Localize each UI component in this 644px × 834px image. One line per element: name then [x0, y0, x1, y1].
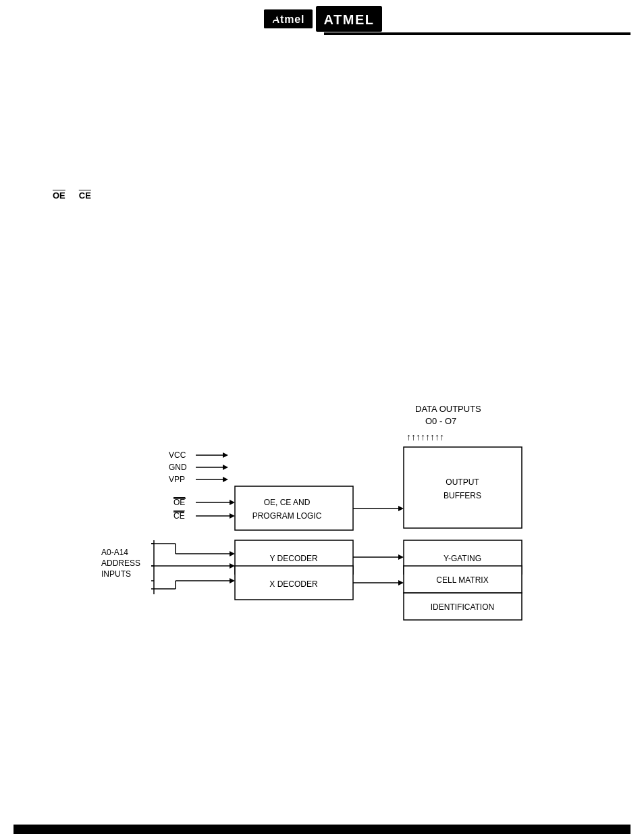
oe-ce-block: [235, 486, 353, 530]
svg-marker-28: [230, 578, 235, 583]
vcc-label: VCC: [169, 450, 186, 460]
svg-marker-12: [223, 477, 228, 482]
block1-line2: PROGRAM LOGIC: [252, 511, 322, 521]
overline-signals: OE CE: [53, 190, 91, 201]
address-label1: A0-A14: [101, 548, 128, 557]
block-diagram-svg: DATA OUTPUTS O0 - O7 ↑↑↑↑↑↑↑↑ VCC GND VP…: [41, 398, 594, 648]
ce-label: CE: [173, 511, 185, 521]
svg-marker-22: [230, 551, 235, 556]
y-gating-label: Y-GATING: [444, 554, 481, 563]
svg-marker-18: [230, 513, 235, 519]
data-outputs-label1: DATA OUTPUTS: [415, 404, 481, 414]
output-buffers-block: [404, 447, 522, 528]
oe-overline: OE: [53, 190, 65, 201]
y-decoder-label: Y DECODER: [269, 554, 317, 563]
svg-marker-36: [398, 554, 404, 560]
block-diagram: DATA OUTPUTS O0 - O7 ↑↑↑↑↑↑↑↑ VCC GND VP…: [41, 398, 594, 655]
identification-label: IDENTIFICATION: [431, 602, 494, 612]
oe-label: OE: [173, 498, 185, 507]
svg-marker-10: [223, 465, 228, 470]
logo-area: Atmel ATMEL: [261, 5, 383, 32]
gnd-label: GND: [169, 463, 187, 472]
vpp-label: VPP: [169, 475, 185, 484]
svg-text:ATMEL: ATMEL: [324, 12, 375, 27]
svg-marker-15: [230, 500, 235, 505]
address-label2: ADDRESS: [101, 558, 140, 568]
svg-marker-8: [223, 452, 228, 458]
svg-marker-34: [398, 506, 404, 511]
output-buffers-label2: BUFFERS: [444, 491, 481, 500]
footer-bar: [14, 825, 630, 834]
cell-matrix-label: CELL MATRIX: [436, 575, 488, 585]
output-buffers-label1: OUTPUT: [446, 477, 479, 487]
svg-marker-24: [230, 563, 235, 569]
header-line: [324, 32, 630, 35]
atmel-logo-svg: ATMEL: [315, 5, 383, 32]
address-label3: INPUTS: [101, 569, 131, 579]
svg-marker-38: [398, 580, 404, 585]
header: Atmel ATMEL: [0, 0, 644, 35]
block1-line1: OE, CE AND: [264, 498, 311, 507]
ce-overline: CE: [79, 190, 91, 201]
data-outputs-label2: O0 - O7: [425, 416, 456, 426]
x-decoder-label: X DECODER: [269, 579, 318, 589]
svg-text:↑↑↑↑↑↑↑↑: ↑↑↑↑↑↑↑↑: [406, 432, 444, 442]
atmel-logo: Atmel: [261, 7, 315, 31]
